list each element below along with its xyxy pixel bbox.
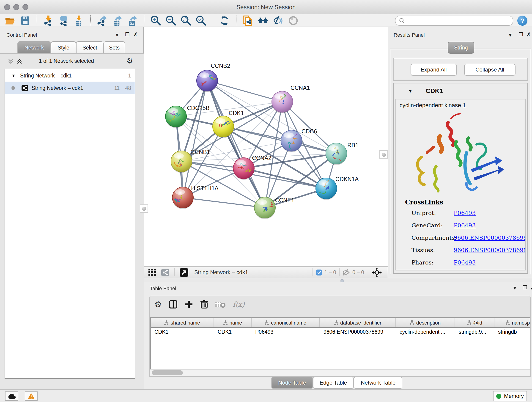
network-collection-row[interactable]: ▼ String Network – cdk1 1	[5, 69, 135, 82]
column-header-namespace[interactable]: namespace	[494, 318, 530, 327]
network-options-gear-icon[interactable]: ⚙	[127, 57, 133, 65]
create-column-plus-icon[interactable]	[185, 300, 193, 308]
control-panel-float-icon[interactable]: ❒	[125, 32, 130, 37]
column-header-description[interactable]: description	[396, 318, 455, 327]
results-panel-float-icon[interactable]: ❒	[519, 32, 523, 37]
network-node-rb1[interactable]: RB1	[326, 142, 359, 165]
table-cell[interactable]: stringdb	[494, 328, 530, 337]
show-visual-properties-icon[interactable]	[288, 15, 299, 26]
table-cell[interactable]: stringdb:9...	[455, 328, 494, 337]
node-label: CDKN1A	[336, 176, 359, 182]
right-splitter-handle[interactable]	[380, 150, 388, 159]
crosslink-value-link[interactable]: P06493	[454, 222, 476, 229]
selected-items-checkbox-icon[interactable]	[316, 269, 322, 275]
crosslink-value-link[interactable]: P06493	[454, 259, 476, 266]
tab-select[interactable]: Select	[76, 41, 104, 53]
table-cell[interactable]: cyclin-dependent ...	[396, 328, 455, 337]
table-cell[interactable]: P06493	[252, 328, 320, 337]
table-options-gear-icon[interactable]: ⚙	[154, 300, 162, 308]
table-horizontal-scrollbar[interactable]	[150, 370, 530, 376]
column-header-name[interactable]: name	[214, 318, 252, 327]
network-edge[interactable]	[223, 127, 336, 153]
collapse-all-button[interactable]: Collapse All	[464, 64, 515, 76]
results-panel-menu-icon[interactable]: ▼	[508, 32, 513, 38]
pan-network-crosshair-icon[interactable]	[372, 268, 382, 277]
collapse-all-networks-icon[interactable]	[8, 59, 14, 64]
export-table-icon[interactable]	[112, 15, 123, 26]
tab-network[interactable]: Network	[17, 41, 51, 53]
show-network-grid-icon[interactable]	[148, 269, 156, 276]
network-view[interactable]: CCNB2CCNA1CDC25BCDK1CDC6RB1CCNB1CCNA2CDK…	[144, 27, 388, 266]
gene-result-card: ▼ CDK1 cyclin-dependent kinase 1	[393, 83, 528, 274]
tab-edge-table[interactable]: Edge Table	[313, 377, 354, 389]
table-cell[interactable]: CDK1	[214, 328, 252, 337]
network-node-cdkn1a[interactable]: CDKN1A	[316, 176, 359, 200]
import-network-file-icon[interactable]	[43, 15, 54, 26]
gene-card-header[interactable]: ▼ CDK1	[394, 83, 527, 99]
left-splitter-handle[interactable]	[140, 204, 148, 213]
export-image-icon[interactable]	[127, 15, 138, 26]
tab-sets[interactable]: Sets	[104, 41, 125, 53]
warning-status-button[interactable]	[25, 391, 38, 401]
import-network-database-icon[interactable]	[58, 15, 69, 26]
home-starter-panel-icon[interactable]	[258, 15, 268, 26]
table-panel-menu-icon[interactable]: ▼	[512, 286, 517, 291]
collection-expand-icon[interactable]: ▼	[12, 73, 16, 78]
network-node-cdc25b[interactable]: CDC25B	[165, 105, 210, 128]
table-cell[interactable]: CDK1	[151, 328, 214, 337]
gene-card-expand-icon[interactable]: ▼	[408, 89, 412, 94]
network-node-cdk1[interactable]: CDK1	[213, 110, 244, 138]
zoom-selected-icon[interactable]	[196, 15, 207, 26]
network-node-cdc6[interactable]: CDC6	[281, 128, 317, 152]
network-edge[interactable]	[183, 198, 265, 208]
cloud-status-button[interactable]	[5, 391, 18, 401]
network-node-hist1h1a[interactable]: HIST1H1A	[172, 185, 219, 209]
column-header-shared-name[interactable]: shared name	[151, 318, 214, 327]
expand-all-button[interactable]: Expand All	[411, 64, 457, 76]
tab-style[interactable]: Style	[51, 41, 76, 53]
results-panel-close-icon[interactable]: ✗	[526, 32, 531, 37]
zoom-in-icon[interactable]	[150, 15, 161, 26]
table-header: shared namenamecanonical namedatabase id…	[151, 318, 530, 328]
refresh-view-icon[interactable]	[219, 15, 230, 26]
help-icon[interactable]: ?	[517, 15, 527, 26]
scrollbar-thumb[interactable]	[152, 370, 183, 375]
network-edge[interactable]	[183, 81, 207, 198]
tab-string[interactable]: String	[448, 42, 474, 54]
network-view-share-icon[interactable]	[161, 269, 169, 276]
import-table-file-icon[interactable]	[73, 15, 84, 26]
control-panel-close-icon[interactable]: ✗	[133, 32, 138, 37]
hide-visual-properties-icon[interactable]	[273, 15, 284, 26]
zoom-fit-icon[interactable]	[181, 15, 191, 26]
network-node-ccnb2[interactable]: CCNB2	[196, 63, 230, 92]
search-input[interactable]	[407, 17, 509, 24]
zoom-out-icon[interactable]	[165, 15, 177, 26]
table-panel-close-icon[interactable]: ✗	[531, 285, 532, 290]
network-edge[interactable]	[207, 81, 282, 102]
crosslink-value-link[interactable]: 9606.ENSP00000378699	[454, 247, 526, 254]
open-session-icon[interactable]	[5, 15, 16, 26]
save-session-icon[interactable]	[20, 15, 31, 26]
column-header-database-identifier[interactable]: database identifier	[320, 318, 396, 327]
network-node-ccna1[interactable]: CCNA1	[272, 85, 310, 113]
crosslink-value-link[interactable]: P06493	[454, 210, 476, 216]
network-row[interactable]: String Network – cdk1 11 48	[5, 82, 135, 94]
tab-node-table[interactable]: Node Table	[271, 377, 313, 389]
table-panel-float-icon[interactable]: ❒	[523, 285, 527, 290]
control-panel-menu-icon[interactable]: ▼	[114, 32, 120, 38]
memory-button[interactable]: Memory	[493, 391, 527, 401]
export-network-icon[interactable]	[97, 15, 108, 26]
delete-column-trash-icon[interactable]	[200, 300, 208, 308]
expand-all-networks-icon[interactable]	[17, 59, 22, 64]
show-columns-icon[interactable]	[169, 300, 177, 308]
detach-view-icon[interactable]	[180, 268, 188, 277]
delete-table-icon[interactable]	[215, 300, 225, 308]
column-header-canonical-name[interactable]: canonical name	[252, 318, 320, 327]
share-session-icon[interactable]	[242, 15, 253, 26]
crosslink-value-link[interactable]: 9606.ENSP00000378699	[454, 234, 526, 241]
column-header--id[interactable]: @id	[455, 318, 494, 327]
horizontal-splitter[interactable]	[144, 278, 532, 283]
function-builder-icon[interactable]: f(x)	[233, 300, 244, 308]
tab-network-table[interactable]: Network Table	[354, 377, 403, 389]
table-cell[interactable]: 9606.ENSP00000378699	[320, 328, 396, 337]
